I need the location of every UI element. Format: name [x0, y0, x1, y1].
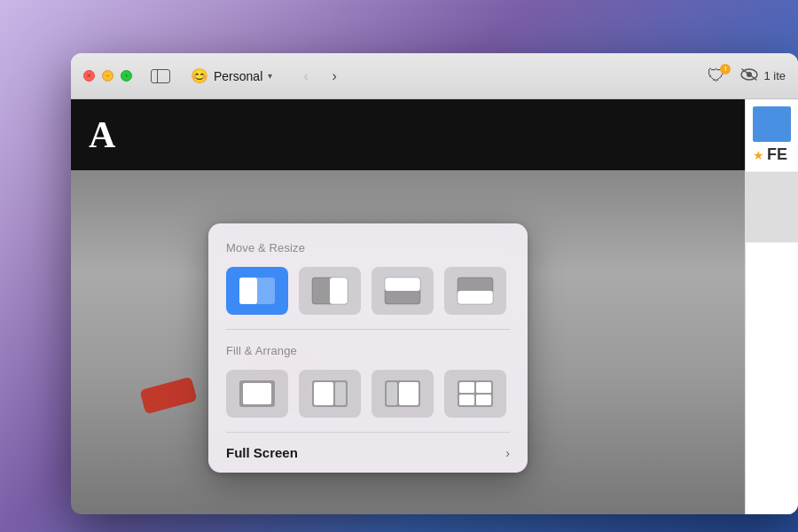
panel-label-row: ★ FE	[753, 145, 791, 164]
svg-rect-15	[243, 383, 271, 404]
svg-rect-17	[314, 382, 333, 405]
layout-half-left-button[interactable]	[226, 267, 288, 315]
right-panel: ★ FE	[745, 99, 798, 514]
star-icon: ★	[753, 148, 764, 162]
eye-slash-icon	[739, 67, 759, 85]
items-label: 1 ite	[763, 69, 786, 82]
svg-rect-25	[459, 395, 474, 405]
shield-warning-badge: !	[720, 64, 731, 74]
chevron-down-icon: ▾	[268, 71, 272, 81]
chevron-right-icon: ›	[505, 446, 510, 460]
svg-rect-26	[476, 395, 491, 405]
move-resize-icons-grid	[226, 267, 510, 315]
browser-content: A ★ FE	[71, 99, 798, 514]
sidebar-toggle-button[interactable]	[148, 66, 173, 86]
close-icon: ✕	[86, 72, 92, 80]
maximize-icon: +	[124, 72, 129, 80]
panel-blue-block	[753, 106, 791, 142]
camera-obj-1	[139, 377, 197, 415]
svg-rect-9	[385, 278, 420, 291]
shield-button[interactable]: 🛡 !	[702, 64, 731, 89]
browser-window: ✕ − + 😊 Personal ▾ ‹	[71, 53, 798, 514]
black-bar-text: A	[89, 113, 115, 156]
divider-1	[226, 329, 510, 330]
close-button[interactable]: ✕	[83, 70, 95, 82]
folder-label: Personal	[214, 69, 262, 83]
minimize-icon: −	[106, 72, 110, 80]
title-bar: ✕ − + 😊 Personal ▾ ‹	[71, 53, 798, 99]
fe-label: FE	[767, 145, 787, 164]
navigation-arrows: ‹ ›	[293, 64, 347, 89]
layout-bottom-half-button[interactable]	[444, 267, 506, 315]
svg-rect-4	[239, 278, 257, 304]
svg-rect-18	[335, 382, 346, 405]
half-left-icon	[238, 276, 277, 306]
fill-arrange-icons-grid	[226, 370, 510, 418]
popup-menu: Move & Resize	[208, 223, 528, 473]
fill-right-big-button[interactable]	[372, 370, 434, 418]
svg-rect-20	[387, 382, 397, 405]
fill-arrange-title: Fill & Arrange	[226, 344, 510, 357]
fill-grid-button[interactable]	[444, 370, 506, 418]
move-resize-title: Move & Resize	[226, 241, 510, 254]
svg-rect-21	[399, 382, 419, 405]
top-half-icon	[383, 276, 422, 306]
black-bar: A	[71, 99, 745, 170]
forward-button[interactable]: ›	[322, 64, 347, 89]
fill-grid-icon	[456, 379, 495, 409]
title-bar-right: 🛡 ! 1 ite	[702, 64, 786, 89]
svg-rect-6	[330, 278, 348, 304]
fill-left-big-button[interactable]	[299, 370, 361, 418]
fill-left-big-icon	[310, 379, 349, 409]
right-panel-item-2	[746, 172, 798, 243]
sidebar-toggle-icon	[151, 69, 170, 83]
svg-rect-12	[458, 291, 493, 304]
folder-emoji-icon: 😊	[191, 67, 208, 84]
half-right-icon	[310, 276, 349, 306]
fill-right-big-icon	[383, 379, 422, 409]
traffic-lights: ✕ − +	[83, 70, 132, 82]
layout-half-right-button[interactable]	[299, 267, 361, 315]
back-arrow-icon: ‹	[304, 68, 309, 84]
smart-folder-button[interactable]: 😊 Personal ▾	[182, 63, 281, 89]
full-screen-row[interactable]: Full Screen ›	[226, 432, 510, 473]
bottom-half-icon	[456, 276, 495, 306]
fill-full-button[interactable]	[226, 370, 288, 418]
right-panel-item-1: ★ FE	[746, 99, 798, 172]
fill-full-icon	[238, 379, 277, 409]
minimize-button[interactable]: −	[102, 70, 113, 82]
layout-top-half-button[interactable]	[372, 267, 434, 315]
full-screen-label: Full Screen	[226, 445, 298, 460]
forward-arrow-icon: ›	[332, 68, 337, 84]
items-button[interactable]: 1 ite	[739, 67, 786, 85]
back-button[interactable]: ‹	[293, 64, 318, 89]
svg-rect-23	[459, 382, 474, 393]
svg-rect-24	[476, 382, 491, 393]
maximize-button[interactable]: +	[121, 70, 132, 82]
